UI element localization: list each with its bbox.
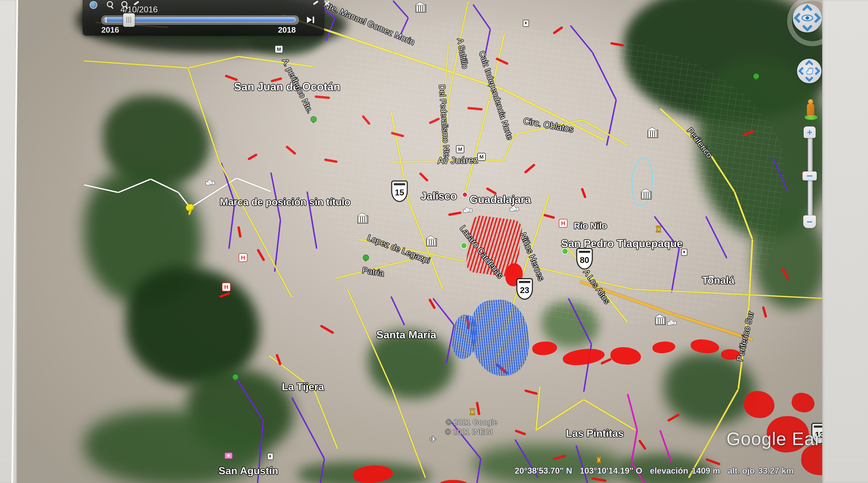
- status-eye-alt-label: alt. ojo: [728, 466, 755, 476]
- hospital-icon[interactable]: H: [559, 219, 567, 228]
- route-number: 23: [520, 285, 529, 295]
- zoom-out-button[interactable]: −: [803, 215, 816, 228]
- tree-icon[interactable]: [310, 116, 316, 123]
- metro-icon[interactable]: M: [456, 145, 464, 153]
- rdot-icon[interactable]: [462, 192, 468, 197]
- bank-icon[interactable]: [648, 130, 658, 138]
- earth-viewport[interactable]: 4/10/2016 2016 2018: [0, 0, 868, 483]
- red-overlay-segment: [247, 153, 258, 160]
- purple-overlay-line: [391, 296, 405, 325]
- zoom-slider-thumb[interactable]: [802, 171, 817, 181]
- skip-to-end-icon[interactable]: [307, 16, 316, 24]
- screen-bezel-right: [822, 0, 868, 483]
- pan-control[interactable]: [797, 59, 822, 83]
- plane-icon[interactable]: ✈: [429, 434, 437, 445]
- wsq-icon[interactable]: [681, 249, 687, 256]
- route-number: 80: [580, 255, 589, 265]
- red-overlay-segment: [515, 429, 526, 435]
- yellow-road: [313, 389, 338, 449]
- status-eye-alt-value: 33.27 km: [758, 466, 794, 476]
- purple-overlay-line: [274, 220, 281, 272]
- close-icon[interactable]: [324, 0, 330, 6]
- metro-icon[interactable]: M: [275, 45, 283, 53]
- magenta-overlay-line: [627, 394, 638, 430]
- red-overlay-segment: [762, 306, 767, 318]
- purple-overlay-line: [291, 397, 325, 459]
- status-longitude: 103°10'14.19" O: [580, 466, 642, 476]
- hospital-icon[interactable]: H: [239, 253, 247, 262]
- place-label: Guadalajara: [470, 193, 531, 206]
- look-control[interactable]: [793, 3, 822, 32]
- place-label: San Agustín: [218, 465, 278, 477]
- wsq-icon[interactable]: [523, 20, 529, 27]
- look-down-chevron-icon[interactable]: [802, 21, 812, 32]
- church-icon[interactable]: ♜: [595, 456, 602, 464]
- red-overlay-segment: [638, 440, 647, 450]
- tree-icon[interactable]: [753, 73, 759, 80]
- red-overlay-segment: [256, 249, 265, 262]
- street-view-pegman[interactable]: [804, 99, 818, 120]
- purple-overlay-line: [432, 298, 455, 325]
- yellow-road: [536, 399, 584, 431]
- route-number: 15: [395, 188, 404, 197]
- place-label: Las Pintitas: [566, 427, 624, 439]
- status-elevation-value: 1409 m: [691, 466, 720, 476]
- bank-icon[interactable]: [415, 5, 426, 12]
- tree-icon[interactable]: [232, 374, 238, 381]
- bank-icon[interactable]: [655, 317, 666, 325]
- red-overlay-segment: [285, 145, 297, 155]
- red-overlay-area: [562, 346, 606, 367]
- red-overlay-segment: [237, 226, 242, 238]
- red-overlay-segment: [524, 389, 538, 395]
- camera-icon[interactable]: [224, 452, 232, 459]
- time-slider-start-mark: [105, 17, 106, 23]
- tree-icon[interactable]: [363, 254, 368, 262]
- route-shield-80: 80: [576, 248, 593, 269]
- copyright-text: © 2021 INEGI: [445, 428, 493, 436]
- place-label: Tonalá: [702, 274, 735, 286]
- time-slider-max-year: 2018: [278, 25, 296, 34]
- time-slider-track[interactable]: [101, 16, 299, 25]
- boundary-line: [236, 178, 271, 192]
- look-up-chevron-icon[interactable]: [802, 4, 812, 15]
- pegman-base: [804, 115, 818, 120]
- hospital-icon[interactable]: H: [222, 283, 230, 292]
- purple-overlay-line: [393, 0, 409, 18]
- historical-imagery-time-slider: 4/10/2016 2016 2018: [83, 0, 324, 35]
- metro-icon[interactable]: M: [477, 153, 486, 161]
- place-label: Marca de posición sin título: [220, 196, 351, 208]
- red-overlay-area: [652, 340, 676, 354]
- time-slider-min-year: 2016: [101, 25, 119, 34]
- time-slider-handle[interactable]: [123, 13, 135, 27]
- eye-icon: [801, 14, 814, 22]
- pushpin-icon[interactable]: [185, 204, 195, 216]
- bank-icon[interactable]: [641, 191, 652, 200]
- copyright-text: © 2021 Google: [446, 418, 497, 426]
- hand-icon: [805, 67, 814, 76]
- bank-icon[interactable]: [358, 215, 368, 223]
- church-icon[interactable]: ♜: [468, 408, 476, 416]
- zoom-out-icon[interactable]: [107, 1, 113, 7]
- zoom-in-icon[interactable]: [121, 1, 127, 7]
- road-label: Av Juárez: [437, 155, 478, 166]
- route-shield-15: 15: [391, 181, 408, 202]
- zoom-in-button[interactable]: +: [804, 126, 816, 138]
- wsq-icon[interactable]: [267, 453, 274, 460]
- pegman-head: [808, 99, 813, 104]
- gdot-icon[interactable]: [461, 242, 467, 249]
- yellow-road: [583, 399, 636, 431]
- school-icon[interactable]: [206, 181, 215, 185]
- red-overlay-area: [439, 480, 469, 483]
- place-label: La Tijera: [282, 381, 324, 393]
- red-overlay-area: [610, 346, 642, 366]
- church-icon[interactable]: ♜: [655, 225, 662, 234]
- red-overlay-segment: [320, 325, 334, 334]
- place-label: Santa María: [376, 328, 436, 341]
- bank-icon[interactable]: [426, 238, 437, 246]
- yellow-road: [188, 56, 239, 69]
- route-shield-23: 23: [517, 278, 533, 300]
- clock-icon[interactable]: [90, 1, 97, 9]
- school-icon[interactable]: [667, 321, 677, 325]
- red-overlay-segment: [667, 413, 680, 422]
- place-label: Jalisco: [421, 190, 457, 202]
